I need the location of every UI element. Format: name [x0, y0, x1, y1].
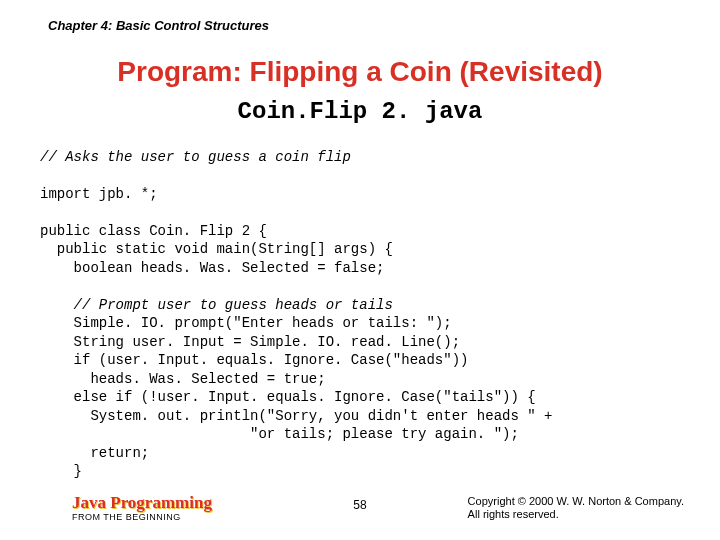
code-line: boolean heads. Was. Selected = false;	[40, 260, 384, 276]
code-line: public static void main(String[] args) {	[40, 241, 393, 257]
code-line: if (user. Input. equals. Ignore. Case("h…	[40, 352, 468, 368]
slide-title: Program: Flipping a Coin (Revisited)	[0, 56, 720, 88]
chapter-header: Chapter 4: Basic Control Structures	[48, 18, 269, 33]
slide-subtitle: Coin.Flip 2. java	[0, 98, 720, 125]
code-line: }	[40, 463, 82, 479]
copyright-block: Copyright © 2000 W. W. Norton & Company.…	[468, 495, 684, 523]
code-line: public class Coin. Flip 2 {	[40, 223, 267, 239]
copyright-line: Copyright © 2000 W. W. Norton & Company.	[468, 495, 684, 509]
brand-subtitle: FROM THE BEGINNING	[72, 513, 212, 522]
code-comment: // Prompt user to guess heads or tails	[40, 297, 393, 313]
copyright-line: All rights reserved.	[468, 508, 684, 522]
code-line: Simple. IO. prompt("Enter heads or tails…	[40, 315, 452, 331]
code-line: "or tails; please try again. ");	[40, 426, 519, 442]
code-line: import jpb. *;	[40, 186, 158, 202]
code-comment: // Asks the user to guess a coin flip	[40, 149, 351, 165]
code-line: return;	[40, 445, 149, 461]
code-block: // Asks the user to guess a coin flip im…	[40, 148, 680, 480]
code-line: else if (!user. Input. equals. Ignore. C…	[40, 389, 536, 405]
code-line: heads. Was. Selected = true;	[40, 371, 326, 387]
code-line: String user. Input = Simple. IO. read. L…	[40, 334, 460, 350]
code-line: System. out. println("Sorry, you didn't …	[40, 408, 552, 424]
